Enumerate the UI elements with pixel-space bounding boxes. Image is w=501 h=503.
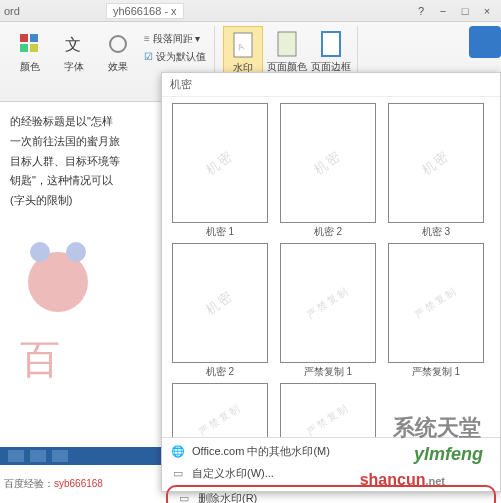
close-button[interactable]: ×: [477, 3, 497, 19]
view-button-1[interactable]: [8, 450, 24, 462]
fonts-button[interactable]: 文 字体: [54, 26, 94, 76]
help-icon[interactable]: ?: [411, 3, 431, 19]
page-icon: ▭: [170, 465, 186, 481]
page-color-icon: [273, 30, 301, 58]
svg-text:文: 文: [65, 36, 81, 53]
colors-button[interactable]: 颜色: [10, 26, 50, 76]
watermark-gallery: 机密 机密机密 1 机密机密 2 机密机密 3 机密机密 2 严禁复制严禁复制 …: [161, 72, 501, 492]
window-controls: ? − □ ×: [411, 3, 497, 19]
globe-icon: 🌐: [170, 443, 186, 459]
watermark-option[interactable]: 机密机密 1: [168, 103, 272, 239]
minimize-button[interactable]: −: [433, 3, 453, 19]
watermark-option[interactable]: 机密机密 2: [276, 103, 380, 239]
page-borders-icon: [317, 30, 345, 58]
gallery-header: 机密: [162, 73, 500, 97]
svg-rect-3: [30, 44, 38, 52]
view-button-2[interactable]: [30, 450, 46, 462]
toolbar-edge-button[interactable]: [469, 26, 501, 58]
fonts-icon: 文: [60, 30, 88, 58]
remove-watermark-menuitem[interactable]: ▭删除水印(R): [166, 485, 496, 503]
document-tab[interactable]: yh666168 - x: [106, 3, 184, 19]
svg-rect-2: [20, 44, 28, 52]
app-name: ord: [4, 5, 20, 17]
watermark-option[interactable]: 严禁复制严禁复制 1: [384, 243, 488, 379]
watermark-button[interactable]: A 水印: [223, 26, 263, 76]
more-watermarks-menuitem[interactable]: 🌐Office.com 中的其他水印(M): [162, 440, 500, 462]
watermark-option[interactable]: 机密机密 3: [384, 103, 488, 239]
view-button-3[interactable]: [52, 450, 68, 462]
colors-icon: [16, 30, 44, 58]
watermark-option[interactable]: 严禁复制严禁复制 1: [168, 383, 272, 437]
svg-point-5: [110, 36, 126, 52]
title-bar: ord ? − □ ×: [0, 0, 501, 22]
paragraph-spacing-button[interactable]: ≡ 段落间距 ▾: [144, 30, 206, 48]
svg-rect-9: [322, 32, 340, 56]
svg-rect-8: [278, 32, 296, 56]
maximize-button[interactable]: □: [455, 3, 475, 19]
gallery-menu: 🌐Office.com 中的其他水印(M) ▭自定义水印(W)... ▭删除水印…: [162, 437, 500, 503]
svg-rect-0: [20, 34, 28, 42]
effects-button[interactable]: 效果: [98, 26, 138, 76]
svg-rect-1: [30, 34, 38, 42]
watermark-option[interactable]: 严禁复制严禁复制 2: [276, 383, 380, 437]
watermark-icon: A: [229, 31, 257, 59]
custom-watermark-menuitem[interactable]: ▭自定义水印(W)...: [162, 462, 500, 484]
effects-icon: [104, 30, 132, 58]
set-default-checkbox[interactable]: ☑ 设为默认值: [144, 48, 206, 66]
credit-text: 百度经验：syb666168: [4, 477, 103, 491]
gallery-grid: 机密机密 1 机密机密 2 机密机密 3 机密机密 2 严禁复制严禁复制 1 严…: [162, 97, 500, 437]
page-color-button[interactable]: 页面颜色: [267, 26, 307, 76]
watermark-option[interactable]: 机密机密 2: [168, 243, 272, 379]
remove-icon: ▭: [176, 490, 192, 503]
watermark-option[interactable]: 严禁复制严禁复制 1: [276, 243, 380, 379]
page-borders-button[interactable]: 页面边框: [311, 26, 351, 76]
baidu-logo-text: 百: [20, 332, 60, 387]
